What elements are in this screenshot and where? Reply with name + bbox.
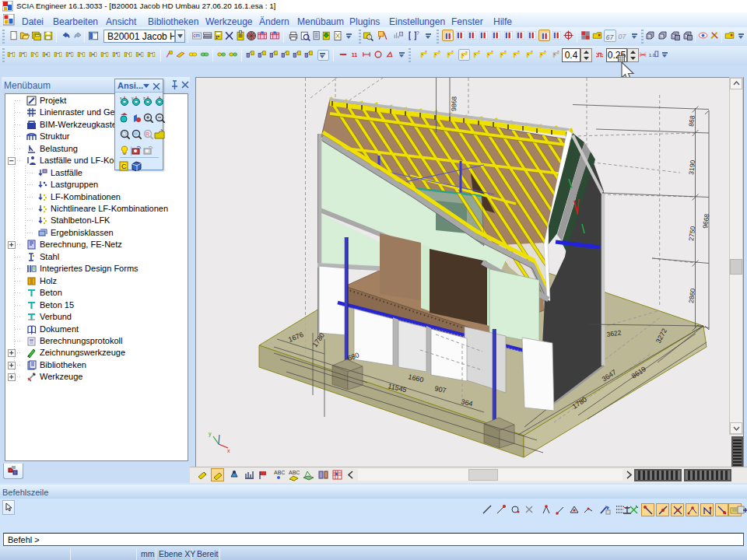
svg-text:11: 11 [352, 52, 358, 58]
svg-text:x: x [227, 448, 230, 453]
svg-text:67: 67 [606, 33, 615, 41]
svg-text:?: ? [416, 30, 419, 36]
svg-text:y: y [209, 431, 212, 437]
svg-text:1.0: 1.0 [649, 53, 656, 58]
svg-text:868: 868 [687, 115, 696, 128]
svg-text:C: C [121, 163, 127, 170]
svg-text:cm: cm [193, 33, 200, 38]
svg-text:R: R [146, 131, 149, 137]
svg-text:9868: 9868 [450, 96, 458, 112]
svg-text:07: 07 [619, 33, 627, 40]
svg-text:ABC: ABC [289, 470, 300, 475]
svg-text:ABC: ABC [274, 470, 285, 475]
svg-text:9668: 9668 [701, 213, 710, 229]
